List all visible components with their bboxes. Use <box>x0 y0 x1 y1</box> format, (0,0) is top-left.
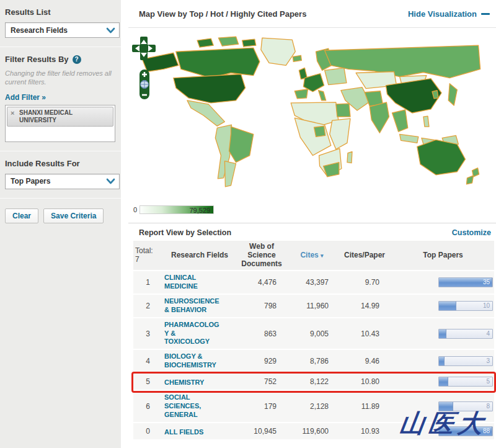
chevron-down-icon <box>106 177 115 185</box>
row-field-cell: PHARMACOLOGY & TOXICOLOGY <box>162 321 237 347</box>
row-top-papers-cell: 3 <box>392 356 494 366</box>
map-view-title: Map View by Top / Hot / Highly Cited Pap… <box>139 9 306 19</box>
row-cites-per-paper: 10.80 <box>337 377 392 386</box>
results-list-section: Results List Research Fields <box>0 0 121 47</box>
row-cites: 8,122 <box>286 377 337 386</box>
research-field-link[interactable]: BIOLOGY & BIOCHEMISTRY <box>164 352 221 370</box>
row-field-cell: ALL FIELDS <box>162 426 237 437</box>
top-papers-value: 10 <box>483 302 490 309</box>
top-papers-bar: 10 <box>438 301 493 311</box>
map-view-header: Map View by Top / Hot / Highly Cited Pap… <box>128 0 496 28</box>
sort-caret-icon: ▾ <box>321 253 324 259</box>
top-papers-bar: 4 <box>438 329 493 339</box>
row-cites: 2,128 <box>286 402 337 411</box>
legend-min-value: 0 <box>133 205 137 214</box>
row-cites: 119,600 <box>286 427 337 436</box>
map-legend: 0 79,529 <box>128 197 496 223</box>
row-wos-documents: 10,945 <box>237 427 286 436</box>
report-view-title: Report View by Selection <box>139 228 231 237</box>
top-papers-bar: 35 <box>438 277 493 287</box>
row-cites: 8,786 <box>286 357 337 365</box>
top-papers-bar-fill <box>439 377 448 386</box>
include-results-select[interactable]: Top Papers <box>5 174 120 189</box>
row-cites-per-paper: 9.70 <box>337 278 392 287</box>
top-papers-value: 5 <box>486 378 490 385</box>
row-cites-per-paper: 10.43 <box>337 329 392 338</box>
research-field-link[interactable]: ALL FIELDS <box>164 428 221 437</box>
filter-note: Changing the filter field removes all cu… <box>5 69 117 87</box>
row-rank: 2 <box>133 302 162 310</box>
row-rank: 6 <box>133 402 162 411</box>
top-papers-bar: 3 <box>438 356 493 366</box>
row-wos-documents: 179 <box>237 402 286 411</box>
research-field-link[interactable]: SOCIAL SCIENCES, GENERAL <box>164 393 221 419</box>
map-pan-control[interactable] <box>131 36 156 61</box>
active-filters-box: × SHANXI MEDICAL UNIVERSITY <box>5 105 115 142</box>
top-papers-bar: 5 <box>438 377 493 387</box>
legend-max-value: 79,529 <box>189 207 210 214</box>
remove-filter-icon[interactable]: × <box>11 109 14 117</box>
row-field-cell: SOCIAL SCIENCES, GENERAL <box>162 393 237 419</box>
row-field-cell: BIOLOGY & BIOCHEMISTRY <box>162 352 237 370</box>
total-count: Total: 7 <box>133 247 162 264</box>
row-rank: 4 <box>133 357 162 365</box>
row-top-papers-cell: 35 <box>392 277 494 287</box>
watermark-text: 山医大 <box>397 406 490 441</box>
row-cites: 43,397 <box>286 278 337 287</box>
results-list-heading: Results List <box>5 7 116 17</box>
table-row: 4 BIOLOGY & BIOCHEMISTRY 929 8,786 9.46 … <box>133 350 494 374</box>
customize-link[interactable]: Customize <box>452 228 491 237</box>
clear-button[interactable]: Clear <box>5 208 38 223</box>
research-field-link[interactable]: PHARMACOLOGY & TOXICOLOGY <box>164 321 221 346</box>
research-field-link[interactable]: CLINICAL MEDICINE <box>164 274 221 291</box>
row-cites: 9,005 <box>286 329 337 338</box>
filter-chip: × SHANXI MEDICAL UNIVERSITY <box>7 107 113 127</box>
column-header-wos-documents: Web of Science Documents <box>237 243 286 268</box>
results-list-select[interactable]: Research Fields <box>5 22 120 38</box>
row-rank: 5 <box>133 377 162 386</box>
include-results-heading: Include Results For <box>5 159 116 168</box>
table-row-highlighted: 5 CHEMISTRY 752 8,122 10.80 5 <box>133 374 494 391</box>
results-list-selected-value: Research Fields <box>11 26 68 35</box>
hide-visualization-link[interactable]: Hide Visualization <box>408 9 490 19</box>
report-view-header: Report View by Selection Customize <box>128 223 496 241</box>
row-rank: 0 <box>133 427 162 436</box>
row-wos-documents: 752 <box>237 377 286 386</box>
row-top-papers-cell: 5 <box>392 377 494 387</box>
row-cites-per-paper: 11.89 <box>337 402 392 411</box>
row-cites-per-paper: 10.93 <box>337 427 392 436</box>
row-top-papers-cell: 4 <box>392 329 494 339</box>
row-top-papers-cell: 10 <box>392 301 494 311</box>
top-papers-bar-fill <box>439 302 456 310</box>
table-row: 3 PHARMACOLOGY & TOXICOLOGY 863 9,005 10… <box>133 318 494 351</box>
include-results-selected-value: Top Papers <box>11 177 50 186</box>
main-panel: Map View by Top / Hot / Highly Cited Pap… <box>128 0 496 448</box>
save-criteria-button[interactable]: Save Criteria <box>43 208 104 223</box>
row-wos-documents: 929 <box>237 357 286 365</box>
table-row: 1 CLINICAL MEDICINE 4,476 43,397 9.70 35 <box>133 271 494 295</box>
filter-heading: Filter Results By <box>5 55 69 64</box>
help-icon[interactable]: ? <box>73 55 81 64</box>
row-cites: 11,960 <box>286 302 337 310</box>
column-header-cites-sort[interactable]: Cites ▾ <box>286 251 337 260</box>
filter-section: Filter Results By ? Changing the filter … <box>0 47 121 151</box>
top-papers-bar-fill <box>439 357 445 365</box>
map-zoom-control[interactable] <box>137 69 152 100</box>
world-map[interactable] <box>137 33 487 192</box>
row-wos-documents: 863 <box>237 329 286 338</box>
minus-icon <box>481 13 490 15</box>
top-papers-bar-fill <box>439 329 446 338</box>
add-filter-link[interactable]: Add Filter » <box>5 93 46 102</box>
research-field-link[interactable]: NEUROSCIENCE & BEHAVIOR <box>164 297 221 315</box>
include-results-section: Include Results For Top Papers <box>0 151 121 198</box>
chevron-down-icon <box>106 27 115 34</box>
sidebar: Results List Research Fields Filter Resu… <box>0 0 125 448</box>
row-wos-documents: 798 <box>237 302 286 310</box>
row-field-cell: NEUROSCIENCE & BEHAVIOR <box>162 297 237 315</box>
top-papers-value: 4 <box>486 330 490 337</box>
research-field-link[interactable]: CHEMISTRY <box>164 379 221 387</box>
column-header-top-papers: Top Papers <box>392 251 494 260</box>
row-field-cell: CLINICAL MEDICINE <box>162 274 237 291</box>
column-header-cites-per-paper: Cites/Paper <box>337 251 392 260</box>
legend-gradient-bar: 79,529 <box>140 205 214 214</box>
